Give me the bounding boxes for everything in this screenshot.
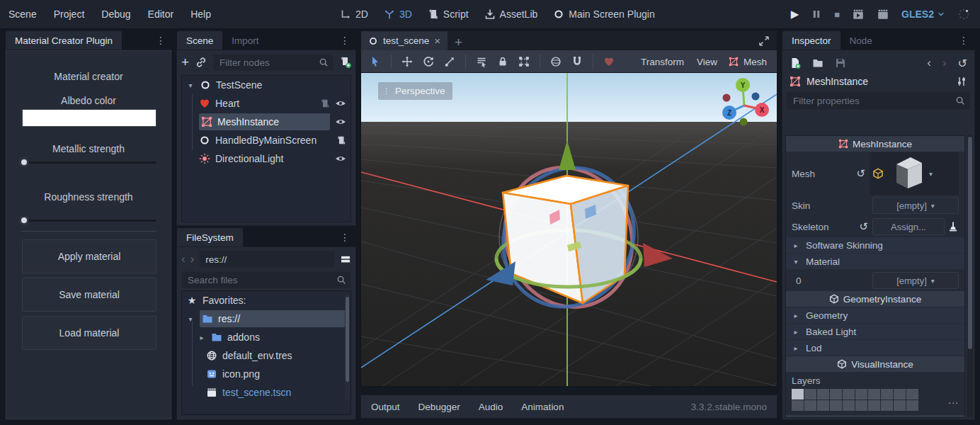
group-material[interactable]: ▾ Material	[786, 254, 964, 269]
layer-cell[interactable]	[830, 400, 842, 411]
3d-viewport[interactable]: Y X Z ⋮ Perspective	[361, 73, 777, 386]
object-history-button[interactable]: ↺	[958, 57, 967, 70]
nav-forward-button[interactable]: ›	[190, 252, 195, 266]
layer-cell[interactable]	[881, 389, 893, 400]
layer-cell[interactable]	[868, 389, 880, 400]
layer-cell[interactable]	[792, 389, 804, 400]
layer-cell[interactable]	[817, 400, 829, 411]
layer-cell[interactable]	[804, 389, 816, 400]
play-custom-scene-button[interactable]	[877, 8, 889, 21]
dock-menu-icon[interactable]: ⋮	[334, 31, 355, 50]
debugger-button[interactable]: Debugger	[418, 402, 460, 412]
slider-grabber[interactable]	[19, 215, 29, 225]
collapse-icon[interactable]: ▾	[186, 81, 195, 89]
mesh-value-cell[interactable]: ▾	[870, 152, 959, 195]
layer-cell[interactable]	[792, 400, 804, 411]
stop-button[interactable]: ■	[834, 9, 840, 20]
tab-inspector[interactable]: Inspector	[782, 31, 841, 50]
section-spatial[interactable]: Spatial	[786, 415, 964, 418]
layer-cell[interactable]	[817, 389, 829, 400]
nav-back-button[interactable]: ‹	[181, 252, 186, 266]
snap-magnet-icon[interactable]	[571, 56, 583, 67]
output-button[interactable]: Output	[371, 402, 400, 412]
scrollbar-track[interactable]	[967, 135, 973, 418]
revert-icon[interactable]: ↺	[859, 220, 868, 233]
roughness-strength-slider[interactable]	[21, 215, 156, 225]
tree-row-default-env[interactable]: default_env.tres	[182, 346, 351, 365]
instance-scene-button[interactable]	[195, 57, 207, 68]
workspace-3d-button[interactable]: 3D	[384, 8, 412, 20]
workspace-assetlib-button[interactable]: AssetLib	[484, 8, 538, 20]
tree-row-testscene[interactable]: ▾ TestScene	[182, 76, 351, 94]
layer-cell[interactable]	[843, 389, 855, 400]
load-resource-button[interactable]	[812, 57, 824, 69]
layer-cell[interactable]	[894, 389, 906, 400]
filter-properties-field[interactable]	[787, 91, 970, 110]
tab-node[interactable]: Node	[841, 31, 882, 50]
workspace-script-button[interactable]: Script	[428, 8, 469, 20]
layer-cell[interactable]	[830, 389, 842, 400]
play-scene-button[interactable]	[852, 8, 865, 21]
scale-tool-icon[interactable]	[444, 56, 455, 67]
layer-cell[interactable]	[906, 400, 918, 411]
lock-node-icon[interactable]	[497, 56, 508, 67]
scrollbar-track[interactable]	[345, 294, 350, 400]
skeleton-assign-button[interactable]: Assign...	[872, 218, 945, 235]
albedo-color-swatch[interactable]	[22, 109, 156, 127]
new-resource-button[interactable]	[790, 57, 801, 69]
workspace-main-screen-plugin-button[interactable]: Main Screen Plugin	[553, 8, 654, 20]
transform-menu[interactable]: Transform	[639, 57, 685, 67]
dock-menu-icon[interactable]: ⋮	[953, 31, 974, 50]
path-input[interactable]	[204, 254, 330, 266]
tree-row-favorites[interactable]: ★ Favorites:	[182, 291, 351, 310]
attach-script-button[interactable]	[340, 57, 351, 68]
revert-icon[interactable]: ↺	[856, 167, 865, 180]
mesh-menu[interactable]: Mesh	[729, 57, 768, 67]
move-tool-icon[interactable]	[401, 56, 413, 67]
list-select-tool-icon[interactable]	[476, 56, 487, 67]
audio-button[interactable]: Audio	[479, 402, 503, 412]
layers-more-button[interactable]: ...	[948, 395, 959, 406]
layer-cell[interactable]	[894, 400, 906, 411]
path-field[interactable]	[199, 251, 335, 268]
tree-row-res[interactable]: ▾ res://	[182, 310, 351, 328]
layer-cell[interactable]	[855, 389, 867, 400]
layer-cell[interactable]	[855, 400, 867, 411]
split-view-button[interactable]	[340, 254, 351, 265]
close-tab-icon[interactable]: ×	[434, 35, 440, 47]
animation-button[interactable]: Animation	[521, 402, 564, 412]
pause-button[interactable]	[811, 8, 822, 20]
layer-cell[interactable]	[843, 400, 855, 411]
layer-cell[interactable]	[868, 400, 880, 411]
tree-row-icon-png[interactable]: icon.png	[182, 365, 351, 383]
metallic-strength-slider[interactable]	[21, 157, 156, 167]
history-forward-button[interactable]: ›	[942, 56, 947, 70]
section-visualinstance[interactable]: VisualInstance	[786, 356, 964, 372]
collapse-icon[interactable]: ▾	[186, 315, 195, 323]
filter-nodes-field[interactable]	[213, 54, 334, 71]
dock-menu-icon[interactable]: ⋮	[334, 228, 355, 247]
search-files-input[interactable]	[186, 274, 332, 286]
slider-grabber[interactable]	[19, 157, 29, 167]
heart-tool-icon[interactable]	[603, 56, 615, 67]
layer-cell[interactable]	[906, 389, 918, 400]
tree-row-directionallight[interactable]: DirectionalLight	[182, 149, 351, 168]
save-resource-button[interactable]	[835, 57, 846, 69]
renderer-select[interactable]: GLES2	[901, 8, 945, 20]
history-back-button[interactable]: ‹	[927, 56, 931, 70]
menu-debug[interactable]: Debug	[93, 8, 139, 20]
scrollbar-thumb[interactable]	[968, 137, 972, 349]
filter-nodes-input[interactable]	[218, 57, 314, 69]
workspace-2d-button[interactable]: 2D	[340, 8, 368, 20]
material-0-dropdown[interactable]: [empty] ▾	[872, 272, 959, 289]
save-material-button[interactable]: Save material	[22, 278, 156, 312]
visibility-eye-icon[interactable]	[335, 116, 346, 128]
skin-dropdown[interactable]: [empty] ▾	[872, 197, 959, 214]
group-geometry[interactable]: ▸ Geometry	[786, 307, 964, 323]
tree-row-meshinstance[interactable]: MeshInstance	[182, 113, 351, 131]
section-meshinstance[interactable]: MeshInstance	[786, 136, 964, 152]
pick-node-icon[interactable]	[947, 221, 959, 232]
scrollbar-thumb[interactable]	[346, 297, 349, 382]
perspective-menu-button[interactable]: ⋮ Perspective	[378, 82, 452, 100]
group-node-icon[interactable]	[518, 56, 530, 67]
